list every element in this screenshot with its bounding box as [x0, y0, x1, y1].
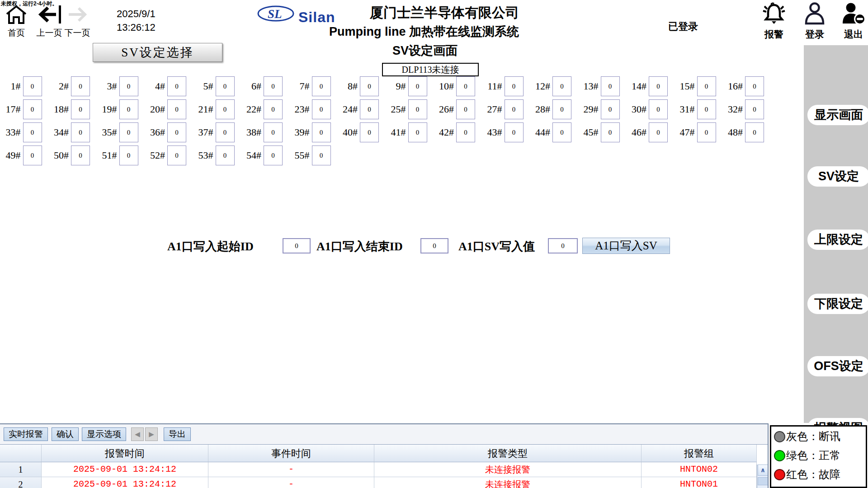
export-button[interactable]: 导出 — [164, 427, 191, 441]
channel-sv-input[interactable]: 0 — [23, 76, 42, 96]
realtime-alarm-button[interactable]: 实时报警 — [4, 427, 48, 441]
channel-cell: 26# 0 — [434, 99, 482, 120]
channel-sv-input[interactable]: 0 — [456, 122, 475, 142]
channel-sv-input[interactable]: 0 — [264, 122, 283, 142]
channel-sv-input[interactable]: 0 — [360, 76, 379, 96]
prev-page-label: 上一页 — [36, 27, 62, 39]
sidebar-item-ofs-setting[interactable]: OFS设定 — [807, 356, 868, 376]
channel-sv-input[interactable]: 0 — [505, 122, 524, 142]
channel-cell: 4# 0 — [145, 76, 193, 97]
a1-write-sv-button[interactable]: A1口写入SV — [582, 238, 670, 254]
channel-sv-input[interactable]: 0 — [745, 76, 764, 96]
channel-sv-input[interactable]: 0 — [71, 145, 90, 165]
alarm-toolbar: 实时报警 确认 显示选项 ◀ ▶ 导出 — [0, 424, 768, 445]
channel-sv-input[interactable]: 0 — [745, 122, 764, 142]
alarm-table-scrollbar[interactable]: ∧ ∨ — [757, 465, 769, 488]
a1-end-id-input[interactable]: 0 — [420, 238, 448, 253]
scroll-up-icon[interactable]: ∧ — [758, 465, 768, 476]
channel-sv-input[interactable]: 0 — [216, 122, 235, 142]
channel-cell: 24# 0 — [337, 99, 386, 120]
acknowledge-button[interactable]: 确认 — [52, 427, 79, 441]
channel-sv-input[interactable]: 0 — [216, 99, 235, 119]
sidebar-item-lower-limit-setting[interactable]: 下限设定 — [807, 294, 868, 314]
alarm-next-page-button[interactable]: ▶ — [145, 427, 158, 441]
channel-sv-input[interactable]: 0 — [312, 145, 331, 165]
channel-row-1: 1# 0 2# 0 3# 0 4# 0 5# 0 6# 0 7# 0 8# 0 … — [0, 76, 770, 97]
alarm-row[interactable]: 1 2025-09-01 13:24:12 - 未连接报警 HNTON02 — [0, 462, 768, 477]
channel-sv-input[interactable]: 0 — [552, 99, 571, 119]
channel-cell: 55# 0 — [289, 145, 337, 166]
channel-sv-input[interactable]: 0 — [552, 76, 571, 96]
channel-sv-input[interactable]: 0 — [649, 99, 668, 119]
channel-sv-input[interactable]: 0 — [23, 145, 42, 165]
home-button[interactable]: 首页 — [5, 5, 28, 39]
channel-sv-input[interactable]: 0 — [71, 76, 90, 96]
channel-sv-input[interactable]: 0 — [601, 122, 620, 142]
alarm-button[interactable]: 报警 — [761, 2, 787, 41]
alarm-row[interactable]: 2 2025-09-01 13:24:12 - 未连接报警 HNTON01 — [0, 477, 768, 488]
legend-item: 灰色：断讯 — [774, 427, 866, 446]
channel-sv-input[interactable]: 0 — [167, 122, 186, 142]
channel-sv-input[interactable]: 0 — [649, 76, 668, 96]
channel-sv-input[interactable]: 0 — [264, 76, 283, 96]
channel-label: 1# — [0, 80, 23, 92]
channel-sv-input[interactable]: 0 — [167, 145, 186, 165]
login-button[interactable]: 登录 — [803, 2, 826, 41]
channel-sv-input[interactable]: 0 — [312, 99, 331, 119]
scroll-thumb[interactable] — [758, 477, 768, 485]
channel-sv-input[interactable]: 0 — [216, 76, 235, 96]
channel-sv-input[interactable]: 0 — [119, 122, 138, 142]
channel-sv-input[interactable]: 0 — [505, 76, 524, 96]
channel-sv-input[interactable]: 0 — [264, 145, 283, 165]
channel-sv-input[interactable]: 0 — [552, 122, 571, 142]
a1-sv-value-input[interactable]: 0 — [548, 238, 578, 253]
channel-sv-input[interactable]: 0 — [360, 122, 379, 142]
channel-sv-input[interactable]: 0 — [697, 76, 716, 96]
channel-label: 50# — [48, 150, 71, 161]
channel-sv-input[interactable]: 0 — [71, 99, 90, 119]
channel-sv-input[interactable]: 0 — [505, 99, 524, 119]
channel-sv-input[interactable]: 0 — [697, 99, 716, 119]
channel-sv-input[interactable]: 0 — [167, 76, 186, 96]
logout-button[interactable]: 退出 — [841, 2, 866, 41]
alarm-prev-page-button[interactable]: ◀ — [131, 427, 144, 441]
channel-sv-input[interactable]: 0 — [167, 99, 186, 119]
channel-sv-input[interactable]: 0 — [456, 76, 475, 96]
channel-sv-input[interactable]: 0 — [649, 122, 668, 142]
channel-label: 54# — [241, 150, 264, 161]
prev-page-button[interactable]: 上一页 — [36, 5, 62, 39]
sv-select-button[interactable]: SV设定选择 — [93, 43, 222, 62]
channel-sv-input[interactable]: 0 — [71, 122, 90, 142]
channel-cell: 45# 0 — [578, 122, 626, 143]
channel-label: 36# — [145, 127, 168, 138]
channel-sv-input[interactable]: 0 — [408, 76, 427, 96]
channel-sv-input[interactable]: 0 — [745, 99, 764, 119]
channel-sv-input[interactable]: 0 — [601, 99, 620, 119]
channel-sv-input[interactable]: 0 — [264, 99, 283, 119]
channel-sv-input[interactable]: 0 — [119, 76, 138, 96]
channel-sv-input[interactable]: 0 — [697, 122, 716, 142]
channel-sv-input[interactable]: 0 — [216, 145, 235, 165]
channel-label: 9# — [385, 80, 408, 92]
next-page-button[interactable]: 下一页 — [64, 5, 90, 39]
channel-sv-input[interactable]: 0 — [601, 76, 620, 96]
channel-sv-input[interactable]: 0 — [312, 122, 331, 142]
sidebar-item-upper-limit-setting[interactable]: 上限设定 — [807, 230, 868, 250]
sidebar-button-label: 显示画面 — [814, 108, 863, 122]
channel-label: 4# — [145, 80, 168, 92]
channel-label: 53# — [193, 150, 216, 161]
channel-sv-input[interactable]: 0 — [408, 99, 427, 119]
a1-sv-value-label: A1口SV写入值 — [458, 239, 535, 254]
channel-sv-input[interactable]: 0 — [23, 99, 42, 119]
channel-sv-input[interactable]: 0 — [119, 99, 138, 119]
sidebar-item-display-screen[interactable]: 显示画面 — [807, 105, 868, 125]
a1-start-id-input[interactable]: 0 — [283, 238, 311, 253]
channel-sv-input[interactable]: 0 — [119, 145, 138, 165]
channel-sv-input[interactable]: 0 — [312, 76, 331, 96]
channel-sv-input[interactable]: 0 — [456, 99, 475, 119]
channel-sv-input[interactable]: 0 — [360, 99, 379, 119]
channel-sv-input[interactable]: 0 — [408, 122, 427, 142]
channel-sv-input[interactable]: 0 — [23, 122, 42, 142]
sidebar-item-sv-setting[interactable]: SV设定 — [807, 166, 868, 187]
display-options-button[interactable]: 显示选项 — [82, 427, 126, 441]
